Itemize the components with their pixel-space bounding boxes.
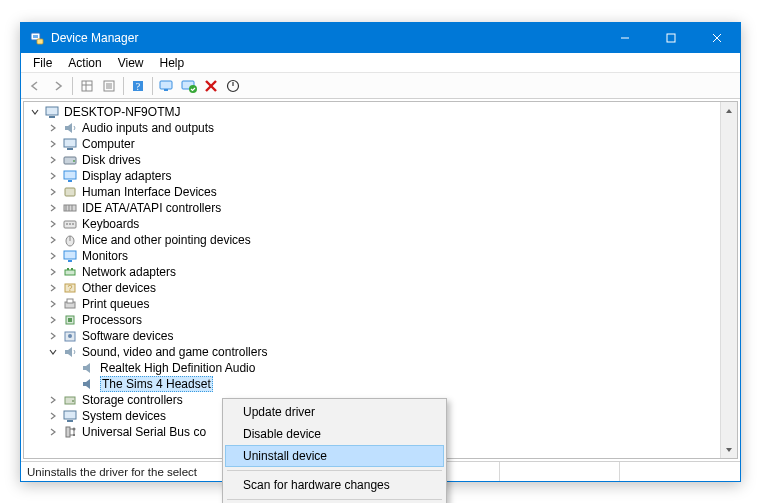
- scroll-track[interactable]: [721, 119, 737, 441]
- chevron-right-icon[interactable]: [46, 153, 60, 167]
- context-menu: Update driver Disable device Uninstall d…: [222, 398, 447, 503]
- close-button[interactable]: [694, 23, 740, 53]
- category-icon: [62, 328, 78, 344]
- tree-item[interactable]: Human Interface Devices: [28, 184, 737, 200]
- category-icon: [62, 312, 78, 328]
- chevron-right-icon[interactable]: [46, 137, 60, 151]
- device-tree[interactable]: DESKTOP-NF9OTMJ Audio inputs and outputs…: [24, 102, 737, 442]
- forward-button[interactable]: [47, 75, 69, 97]
- tree-item-sims4-headset[interactable]: The Sims 4 Headset: [28, 376, 737, 392]
- uninstall-button[interactable]: [200, 75, 222, 97]
- ctx-scan-hardware[interactable]: Scan for hardware changes: [225, 474, 444, 496]
- chevron-right-icon[interactable]: [46, 329, 60, 343]
- menu-action[interactable]: Action: [60, 54, 109, 72]
- menu-view[interactable]: View: [110, 54, 152, 72]
- menu-file[interactable]: File: [25, 54, 60, 72]
- tree-item[interactable]: Mice and other pointing devices: [28, 232, 737, 248]
- update-driver-button[interactable]: [178, 75, 200, 97]
- chevron-right-icon[interactable]: [46, 409, 60, 423]
- minimize-button[interactable]: [602, 23, 648, 53]
- svg-rect-45: [67, 268, 69, 270]
- chevron-right-icon[interactable]: [46, 249, 60, 263]
- tree-item[interactable]: IDE ATA/ATAPI controllers: [28, 200, 737, 216]
- speaker-icon: [62, 344, 78, 360]
- tree-item-label: Storage controllers: [82, 393, 183, 407]
- category-icon: [62, 184, 78, 200]
- vertical-scrollbar[interactable]: [720, 102, 737, 458]
- category-icon: [62, 264, 78, 280]
- category-icon: [62, 216, 78, 232]
- status-text: Uninstalls the driver for the select: [21, 462, 241, 481]
- help-button[interactable]: ?: [127, 75, 149, 97]
- chevron-right-icon[interactable]: [46, 201, 60, 215]
- tree-root-label: DESKTOP-NF9OTMJ: [64, 105, 180, 119]
- tree-item[interactable]: Processors: [28, 312, 737, 328]
- tree-root[interactable]: DESKTOP-NF9OTMJ: [28, 104, 737, 120]
- tree-item[interactable]: Software devices: [28, 328, 737, 344]
- chevron-right-icon[interactable]: [46, 393, 60, 407]
- properties-button[interactable]: [98, 75, 120, 97]
- menu-help[interactable]: Help: [152, 54, 193, 72]
- tree-item-label: Monitors: [82, 249, 128, 263]
- category-icon: ?: [62, 280, 78, 296]
- tree-item-label: Universal Serial Bus co: [82, 425, 206, 439]
- category-icon: [62, 120, 78, 136]
- tree-item-label: System devices: [82, 409, 166, 423]
- tree-item[interactable]: Keyboards: [28, 216, 737, 232]
- category-icon: [62, 408, 78, 424]
- ctx-separator: [227, 470, 442, 471]
- chevron-down-icon[interactable]: [28, 105, 42, 119]
- chevron-right-icon[interactable]: [46, 265, 60, 279]
- tree-item[interactable]: Display adapters: [28, 168, 737, 184]
- tree-item[interactable]: Audio inputs and outputs: [28, 120, 737, 136]
- disable-button[interactable]: [222, 75, 244, 97]
- svg-rect-59: [66, 427, 70, 437]
- tree-item-label: Other devices: [82, 281, 156, 295]
- tree-item-label: Network adapters: [82, 265, 176, 279]
- ctx-disable-device[interactable]: Disable device: [225, 423, 444, 445]
- scroll-down-button[interactable]: [721, 441, 737, 458]
- show-hide-tree-button[interactable]: [76, 75, 98, 97]
- svg-rect-2: [37, 39, 43, 44]
- device-manager-icon: [29, 30, 45, 46]
- chevron-right-icon[interactable]: [46, 425, 60, 439]
- ctx-update-driver[interactable]: Update driver: [225, 401, 444, 423]
- tree-item-sound[interactable]: Sound, video and game controllers: [28, 344, 737, 360]
- computer-icon: [44, 104, 60, 120]
- tree-item-label: Realtek High Definition Audio: [100, 361, 255, 375]
- svg-rect-39: [72, 223, 74, 225]
- tree-item[interactable]: Print queues: [28, 296, 737, 312]
- chevron-right-icon[interactable]: [46, 313, 60, 327]
- svg-rect-1: [33, 35, 38, 38]
- scan-hardware-button[interactable]: [156, 75, 178, 97]
- svg-rect-44: [65, 270, 75, 275]
- category-icon: [62, 152, 78, 168]
- back-button[interactable]: [25, 75, 47, 97]
- svg-rect-43: [68, 260, 72, 262]
- tree-item[interactable]: Monitors: [28, 248, 737, 264]
- chevron-right-icon[interactable]: [46, 121, 60, 135]
- tree-item[interactable]: Computer: [28, 136, 737, 152]
- chevron-right-icon[interactable]: [46, 233, 60, 247]
- chevron-down-icon[interactable]: [46, 345, 60, 359]
- maximize-button[interactable]: [648, 23, 694, 53]
- chevron-right-icon[interactable]: [46, 185, 60, 199]
- svg-point-19: [189, 85, 197, 93]
- svg-rect-23: [46, 107, 58, 115]
- chevron-right-icon[interactable]: [46, 217, 60, 231]
- chevron-right-icon[interactable]: [46, 169, 60, 183]
- tree-item[interactable]: ?Other devices: [28, 280, 737, 296]
- tree-item-label: Sound, video and game controllers: [82, 345, 267, 359]
- ctx-uninstall-device[interactable]: Uninstall device: [225, 445, 444, 467]
- chevron-right-icon[interactable]: [46, 281, 60, 295]
- tree-item-realtek[interactable]: Realtek High Definition Audio: [28, 360, 737, 376]
- tree-item[interactable]: Network adapters: [28, 264, 737, 280]
- svg-point-56: [72, 400, 74, 402]
- svg-point-54: [68, 334, 72, 338]
- chevron-right-icon[interactable]: [46, 297, 60, 311]
- tree-item[interactable]: Disk drives: [28, 152, 737, 168]
- svg-rect-46: [71, 268, 73, 270]
- svg-rect-50: [67, 299, 73, 303]
- scroll-up-button[interactable]: [721, 102, 737, 119]
- svg-rect-25: [64, 139, 76, 147]
